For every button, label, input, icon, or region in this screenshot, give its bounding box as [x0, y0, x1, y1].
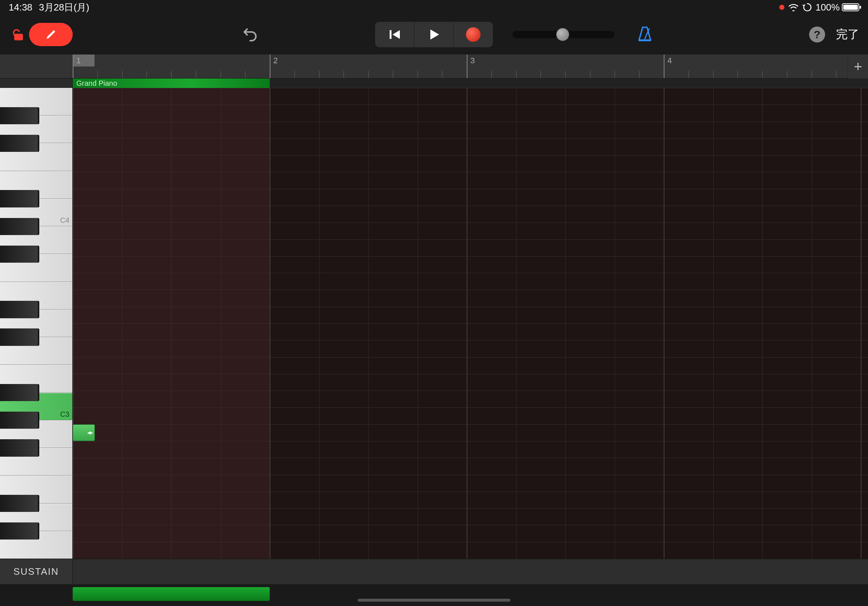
black-key[interactable] [0, 439, 39, 456]
screen-recording-indicator-icon [779, 5, 784, 10]
black-key[interactable] [0, 384, 39, 401]
black-key[interactable] [0, 218, 39, 235]
black-key[interactable] [0, 523, 39, 540]
lock-button[interactable] [6, 22, 31, 47]
svg-rect-1 [390, 30, 392, 39]
note-resize-handle-icon[interactable]: ◂▸ [87, 429, 93, 436]
transport-controls [375, 22, 493, 47]
status-bar: 14:38 3月28日(月) 100% [0, 0, 868, 14]
question-icon: ? [814, 28, 820, 41]
record-icon [466, 27, 480, 42]
unlock-icon [11, 27, 26, 42]
black-key[interactable] [0, 135, 39, 152]
orientation-lock-icon [803, 3, 812, 12]
battery-percentage: 100% [816, 2, 840, 13]
status-right: 100% [779, 2, 860, 13]
key-label-c3: C3 [60, 410, 70, 557]
black-key[interactable] [0, 495, 39, 512]
black-key[interactable] [0, 107, 39, 124]
black-key[interactable] [0, 328, 39, 346]
minimap-region[interactable] [73, 587, 270, 601]
play-icon [427, 27, 441, 42]
undo-button[interactable] [232, 18, 265, 51]
rewind-button[interactable] [375, 22, 414, 47]
toolbar: ? 完了 [0, 14, 868, 54]
plus-icon: + [854, 59, 862, 75]
battery-icon [842, 3, 859, 11]
metronome-button[interactable] [636, 25, 654, 44]
black-key[interactable] [0, 190, 39, 207]
add-button[interactable]: + [848, 54, 868, 79]
sustain-lane[interactable] [73, 559, 868, 584]
wifi-icon [788, 3, 799, 11]
black-key[interactable] [0, 412, 39, 429]
record-button[interactable] [454, 22, 493, 47]
help-button[interactable]: ? [809, 26, 825, 43]
home-indicator[interactable] [358, 599, 510, 601]
midi-note[interactable]: ◂▸ [73, 424, 95, 441]
bar-number: 2 [273, 56, 278, 65]
minimap[interactable] [0, 584, 868, 606]
bar-number: 1 [76, 56, 81, 65]
piano-roll-grid[interactable]: ◂▸ [73, 88, 868, 559]
region-name: Grand Piano [76, 79, 117, 87]
done-button[interactable]: 完了 [836, 26, 859, 43]
status-time: 14:38 [9, 2, 33, 13]
undo-icon [239, 25, 259, 44]
volume-slider[interactable] [513, 31, 614, 38]
svg-rect-0 [14, 34, 23, 40]
sustain-label[interactable]: SUSTAIN [0, 559, 73, 584]
bar-number: 3 [470, 56, 475, 65]
black-key[interactable] [0, 246, 39, 263]
volume-thumb[interactable] [556, 28, 569, 41]
metronome-icon [636, 25, 654, 43]
pencil-icon [44, 28, 57, 41]
edit-button[interactable] [29, 23, 73, 46]
play-button[interactable] [414, 22, 454, 47]
black-key[interactable] [0, 301, 39, 318]
status-date: 3月28日(月) [39, 1, 90, 14]
piano-keyboard[interactable]: C4C3 [0, 88, 73, 559]
region-header[interactable]: Grand Piano [73, 79, 270, 88]
playhead-marker[interactable] [73, 54, 95, 66]
skip-back-icon [388, 27, 402, 42]
ruler[interactable]: 1234 + [0, 54, 868, 79]
bar-number: 4 [667, 56, 672, 65]
